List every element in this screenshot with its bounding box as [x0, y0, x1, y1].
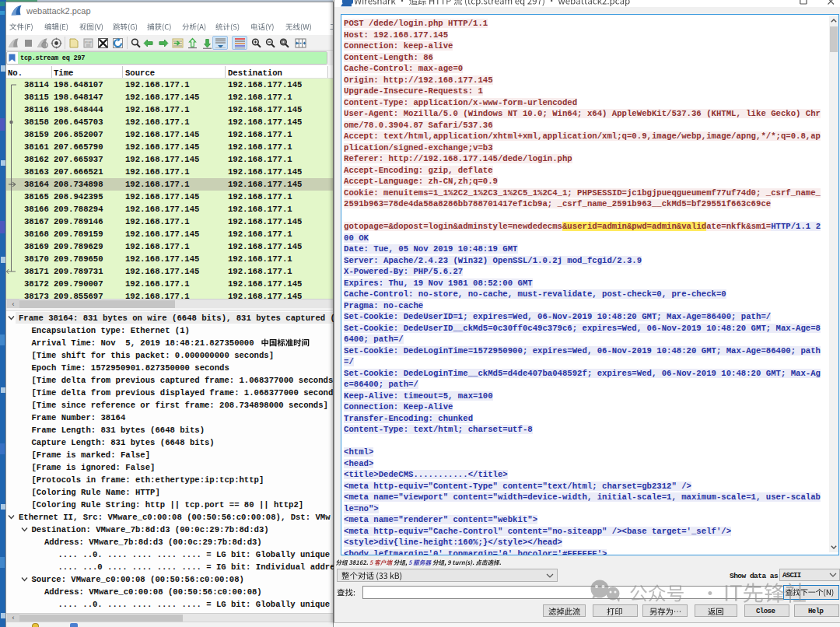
svg-text:pcap: pcap	[85, 40, 92, 44]
